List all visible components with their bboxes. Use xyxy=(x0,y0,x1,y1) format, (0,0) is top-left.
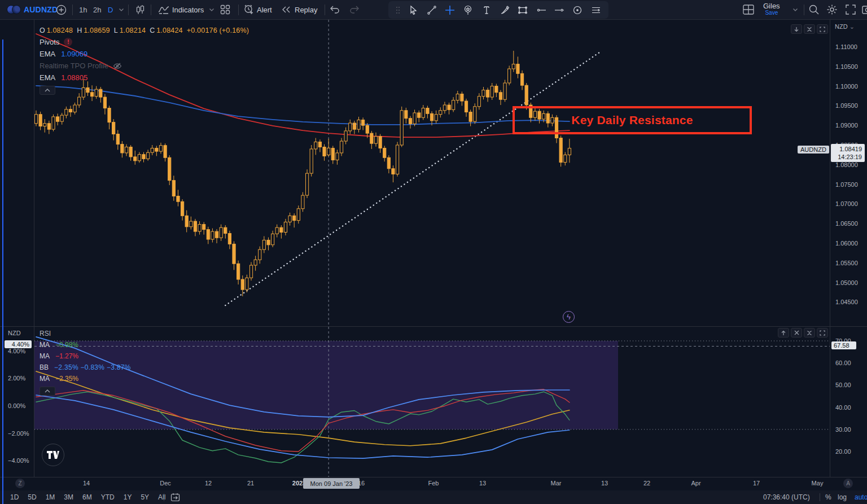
user-menu[interactable]: Giles Save xyxy=(763,0,780,19)
server-clock[interactable]: 07:36:40 (UTC) xyxy=(763,490,810,504)
price-axis[interactable]: 1.110001.105001.100001.095001.090001.085… xyxy=(830,20,867,489)
range-button-3m[interactable]: 3M xyxy=(64,493,73,501)
percent-tick: 2.00% xyxy=(8,375,25,382)
indicator-templates-icon[interactable] xyxy=(220,0,230,19)
text-tool-icon[interactable] xyxy=(481,5,492,15)
chart-style-candles-icon[interactable] xyxy=(135,0,146,19)
axis-mode-badge[interactable]: A xyxy=(843,479,853,488)
compare-add-icon[interactable] xyxy=(56,0,67,19)
rsi-collapse-pane-button[interactable] xyxy=(804,328,815,338)
pane-maximize-button[interactable] xyxy=(817,24,828,34)
time-tick: Feb xyxy=(428,480,439,487)
indicators-icon[interactable] xyxy=(158,0,169,19)
alert-button[interactable]: Alert xyxy=(257,0,272,19)
rsi-tick: 30.00 xyxy=(835,426,851,433)
rsi-title-row[interactable]: RSI xyxy=(40,328,131,339)
layout-grid-icon[interactable] xyxy=(742,0,755,19)
fullscreen-icon[interactable] xyxy=(845,0,856,19)
pane-collapse-button[interactable] xyxy=(804,24,815,34)
timeframe-daily[interactable]: D xyxy=(108,0,113,19)
timeframe-1h[interactable]: 1h xyxy=(79,0,87,19)
percent-axis[interactable]: 4.00%2.00%0.00%−2.00%−4.00% xyxy=(0,20,34,489)
log-scale-button[interactable]: log xyxy=(838,490,847,504)
drag-handle-icon[interactable] xyxy=(396,6,400,14)
search-icon[interactable] xyxy=(808,0,820,19)
warning-icon: ! xyxy=(64,38,72,46)
goto-date-icon[interactable] xyxy=(170,490,180,504)
resistance-annotation-box[interactable]: Key Daily Resistance xyxy=(513,106,752,134)
right-axis-currency[interactable]: NZD ⌄ xyxy=(835,23,855,30)
time-tick: 22 xyxy=(643,480,650,487)
eye-off-icon[interactable] xyxy=(113,62,122,70)
indicators-button[interactable]: Indicators xyxy=(172,0,204,19)
price-tick: 1.09500 xyxy=(835,102,858,109)
redo-icon[interactable] xyxy=(349,0,360,19)
range-button-1y[interactable]: 1Y xyxy=(124,493,132,501)
percent-scale-button[interactable]: % xyxy=(825,490,831,504)
horizontal-ray-tool-icon[interactable] xyxy=(536,5,546,15)
alert-clock-icon[interactable] xyxy=(243,0,255,19)
rsi-move-up-button[interactable] xyxy=(778,328,789,338)
range-button-5d[interactable]: 5D xyxy=(28,493,36,501)
rsi-collapse-button[interactable] xyxy=(40,387,55,396)
indicators-dropdown-icon[interactable] xyxy=(208,0,216,19)
price-tick: 1.07500 xyxy=(835,181,858,188)
range-button-all[interactable]: All xyxy=(158,493,165,501)
range-button-6m[interactable]: 6M xyxy=(82,493,92,501)
timezone-badge[interactable]: Z xyxy=(15,479,25,488)
brush-tool-icon[interactable] xyxy=(500,5,510,15)
indicator-row-ema-fast[interactable]: EMA1.09069 xyxy=(40,48,253,60)
time-tick: Mar xyxy=(551,480,562,487)
cursor-tool-icon[interactable] xyxy=(408,5,418,15)
chart-area[interactable]: NZD ⌄ NZD 1.110001.105001.100001.095001.… xyxy=(0,20,867,490)
resistance-annotation-text: Key Daily Resistance xyxy=(571,113,693,127)
settings-gear-icon[interactable] xyxy=(826,0,838,19)
percent-tick: −2.00% xyxy=(8,430,29,437)
pane-move-down-button[interactable] xyxy=(791,24,802,34)
indicator-row-ema-slow[interactable]: EMA1.08805 xyxy=(40,72,253,84)
user-dropdown-icon[interactable] xyxy=(791,0,799,19)
rsi-bb-row[interactable]: BB−2.35% −0.83% −3.87% xyxy=(40,362,131,373)
lightning-icon[interactable]: ϟ xyxy=(563,311,575,323)
percent-tick: 4.00% xyxy=(8,348,25,354)
symbol-button[interactable]: AUDNZD xyxy=(24,0,58,19)
left-axis-currency[interactable]: NZD xyxy=(8,330,21,336)
rsi-ma1-row[interactable]: MA−0.98% xyxy=(40,339,131,350)
price-label-tool-icon[interactable] xyxy=(463,5,473,15)
save-button[interactable]: Save xyxy=(765,10,778,16)
undo-icon[interactable] xyxy=(329,0,340,19)
main-pane-controls xyxy=(791,24,828,34)
replay-icon[interactable] xyxy=(281,0,291,19)
snapshot-camera-icon[interactable] xyxy=(862,0,867,19)
time-tick: Dec xyxy=(160,480,171,487)
parallel-lines-tool-icon[interactable] xyxy=(591,5,601,15)
legend-collapse-button[interactable] xyxy=(40,86,55,95)
rectangle-tool-icon[interactable] xyxy=(518,5,528,15)
crosshair-percent-label: 4.40% xyxy=(5,340,32,348)
user-name: Giles xyxy=(763,3,780,10)
circle-tool-icon[interactable] xyxy=(572,5,583,15)
time-axis[interactable]: Z A Mon 09 Jan '23 14Dec1221202316Feb13M… xyxy=(0,477,867,489)
rsi-maximize-button[interactable] xyxy=(817,328,828,338)
rsi-close-button[interactable] xyxy=(791,328,802,338)
replay-button[interactable]: Replay xyxy=(295,0,317,19)
range-button-ytd[interactable]: YTD xyxy=(101,493,115,501)
change-value: +0.00176 (+0.16%) xyxy=(187,27,249,34)
range-button-1d[interactable]: 1D xyxy=(10,493,19,501)
tradingview-logo[interactable] xyxy=(42,444,64,466)
horizontal-line-tool-icon[interactable] xyxy=(554,5,564,15)
top-toolbar: AUDNZD 1h 2h D Indicators Alert Replay xyxy=(0,0,867,20)
trendline-tool-icon[interactable] xyxy=(427,5,437,15)
range-button-5y[interactable]: 5Y xyxy=(141,493,149,501)
pane-divider[interactable] xyxy=(0,326,867,327)
indicator-row-pivots[interactable]: Pivots ! xyxy=(40,36,253,48)
rsi-ma2-row[interactable]: MA−1.27% xyxy=(40,350,131,362)
timeframe-dropdown-icon[interactable] xyxy=(117,0,125,19)
range-button-1m[interactable]: 1M xyxy=(46,493,55,501)
auto-scale-button[interactable]: auto xyxy=(855,490,867,504)
crosshair-tool-icon[interactable] xyxy=(445,5,455,15)
indicator-row-tpo[interactable]: Realtime TPO Profile xyxy=(40,60,253,72)
price-tick: 1.10000 xyxy=(835,83,858,90)
rsi-ma3-row[interactable]: MA−2.35% xyxy=(40,373,131,384)
timeframe-2h[interactable]: 2h xyxy=(93,0,101,19)
